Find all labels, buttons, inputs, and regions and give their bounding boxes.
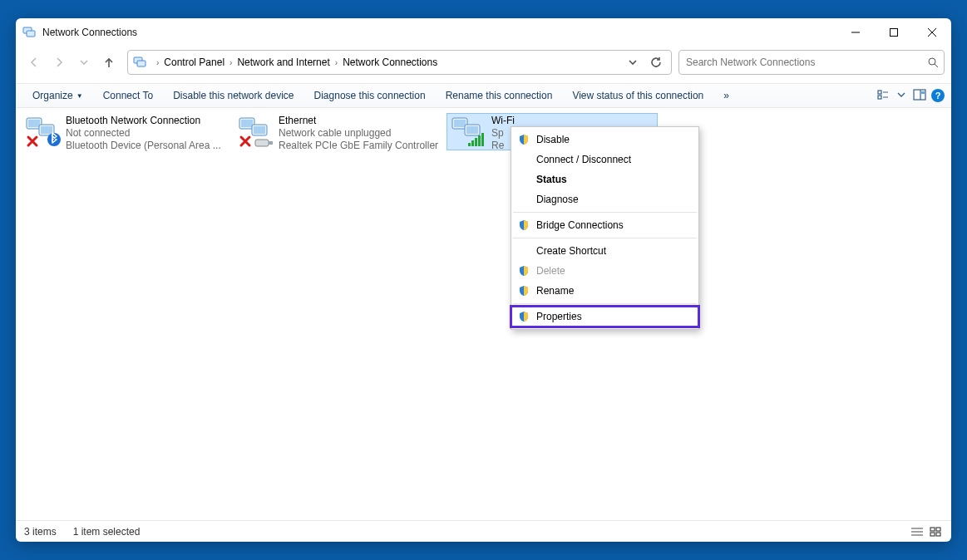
menu-item-rename[interactable]: Rename [511, 281, 698, 301]
uac-shield-icon [518, 265, 530, 277]
menu-separator [513, 212, 697, 213]
svg-rect-36 [466, 126, 478, 134]
maximize-button[interactable] [875, 18, 913, 47]
breadcrumb-network-connections[interactable]: Network Connections [343, 56, 437, 68]
search-box[interactable] [678, 50, 945, 75]
menu-item-label: Disable [536, 134, 570, 145]
menu-item-label: Connect / Disconnect [536, 154, 631, 165]
svg-rect-17 [921, 91, 925, 94]
adapter-device: Realtek PCIe GbE Family Controller [279, 140, 438, 152]
close-button[interactable] [913, 18, 951, 47]
chevron-right-icon[interactable]: › [330, 58, 343, 67]
preview-pane-button[interactable] [913, 88, 926, 104]
svg-rect-26 [241, 120, 253, 127]
adapter-name: Wi-Fi [491, 115, 515, 127]
status-item-count: 3 items [24, 526, 57, 538]
menu-item-label: Status [536, 174, 567, 185]
view-options-button[interactable] [876, 88, 890, 104]
svg-rect-32 [269, 141, 273, 145]
network-adapter-icon [237, 115, 274, 148]
svg-rect-39 [475, 138, 477, 146]
menu-item-properties[interactable]: Properties [511, 307, 698, 327]
adapter-status: Not connected [66, 127, 221, 140]
svg-line-10 [935, 64, 938, 67]
uac-shield-icon [518, 311, 530, 322]
adapter-bluetooth[interactable]: Bluetooth Network Connection Not connect… [21, 113, 232, 150]
menu-item-label: Bridge Connections [536, 219, 624, 231]
refresh-button[interactable] [644, 51, 668, 74]
svg-rect-13 [878, 96, 881, 99]
recent-locations-button[interactable] [72, 51, 96, 74]
command-bar: Organize▼ Connect To Disable this networ… [16, 83, 951, 108]
svg-rect-38 [471, 140, 474, 146]
rename-connection-button[interactable]: Rename this connection [436, 84, 563, 107]
menu-item-delete: Delete [511, 261, 698, 281]
search-icon [927, 56, 939, 68]
svg-rect-37 [468, 143, 471, 146]
large-icons-view-button[interactable] [928, 526, 943, 538]
disable-device-button[interactable]: Disable this network device [163, 84, 303, 107]
adapter-ethernet[interactable]: Ethernet Network cable unplugged Realtek… [234, 113, 445, 150]
app-icon [22, 26, 36, 39]
diagnose-connection-button[interactable]: Diagnose this connection [304, 84, 436, 107]
menu-item-bridge-connections[interactable]: Bridge Connections [511, 215, 698, 235]
svg-rect-28 [254, 126, 265, 134]
uac-shield-icon [518, 285, 530, 297]
adapter-status: Network cable unplugged [279, 127, 438, 140]
window-title: Network Connections [42, 27, 137, 38]
window-controls [836, 18, 951, 47]
breadcrumb-network-and-internet[interactable]: Network and Internet [237, 56, 329, 68]
chevron-down-icon: ▼ [76, 92, 83, 100]
menu-item-create-shortcut[interactable]: Create Shortcut [511, 241, 698, 261]
address-bar[interactable]: › Control Panel › Network and Internet ›… [127, 50, 672, 75]
svg-rect-41 [481, 133, 484, 146]
breadcrumb-root-icon [133, 56, 146, 69]
forward-button[interactable] [47, 51, 71, 74]
svg-rect-8 [137, 61, 146, 66]
svg-rect-45 [930, 528, 935, 531]
connections-list: Bluetooth Network Connection Not connect… [16, 108, 951, 520]
chevron-right-icon[interactable]: › [224, 58, 237, 67]
chevron-right-icon[interactable]: › [151, 58, 164, 67]
svg-rect-19 [28, 120, 40, 127]
view-status-button[interactable]: View status of this connection [562, 84, 713, 107]
search-input[interactable] [684, 56, 927, 69]
status-selection: 1 item selected [73, 526, 141, 538]
uac-shield-icon [518, 219, 530, 231]
minimize-button[interactable] [836, 18, 875, 47]
address-dropdown-button[interactable] [621, 51, 644, 74]
context-menu: DisableConnect / DisconnectStatusDiagnos… [511, 126, 699, 330]
adapter-name: Ethernet [279, 115, 438, 127]
svg-rect-48 [936, 533, 940, 536]
svg-rect-1 [27, 31, 35, 37]
breadcrumb-control-panel[interactable]: Control Panel [164, 56, 224, 68]
menu-separator [513, 238, 697, 238]
help-button[interactable]: ? [931, 89, 945, 102]
adapter-name: Bluetooth Network Connection [66, 115, 221, 127]
menu-item-disable[interactable]: Disable [511, 130, 698, 150]
menu-item-label: Create Shortcut [536, 245, 606, 257]
menu-item-connect-disconnect[interactable]: Connect / Disconnect [511, 150, 698, 169]
up-button[interactable] [97, 51, 121, 74]
svg-point-9 [929, 58, 935, 65]
svg-rect-40 [478, 135, 481, 146]
view-dropdown-button[interactable] [895, 88, 908, 104]
svg-rect-21 [41, 126, 52, 134]
svg-rect-34 [454, 120, 466, 127]
organize-menu[interactable]: Organize▼ [22, 84, 93, 107]
menu-item-label: Delete [536, 265, 565, 277]
menu-item-diagnose[interactable]: Diagnose [511, 189, 698, 209]
connect-to-button[interactable]: Connect To [93, 84, 164, 107]
menu-item-label: Rename [536, 285, 574, 297]
network-connections-window: Network Connections › Control Panel › Ne… [16, 18, 951, 542]
back-button[interactable] [22, 51, 46, 74]
status-bar: 3 items 1 item selected [16, 520, 951, 542]
overflow-button[interactable]: » [713, 84, 739, 107]
navigation-row: › Control Panel › Network and Internet ›… [16, 47, 951, 83]
network-adapter-icon [450, 115, 486, 148]
menu-item-status[interactable]: Status [511, 169, 698, 189]
details-view-button[interactable] [910, 526, 925, 538]
adapter-device: Bluetooth Device (Personal Area ... [66, 140, 221, 152]
uac-shield-icon [518, 134, 530, 145]
svg-rect-46 [936, 528, 940, 531]
